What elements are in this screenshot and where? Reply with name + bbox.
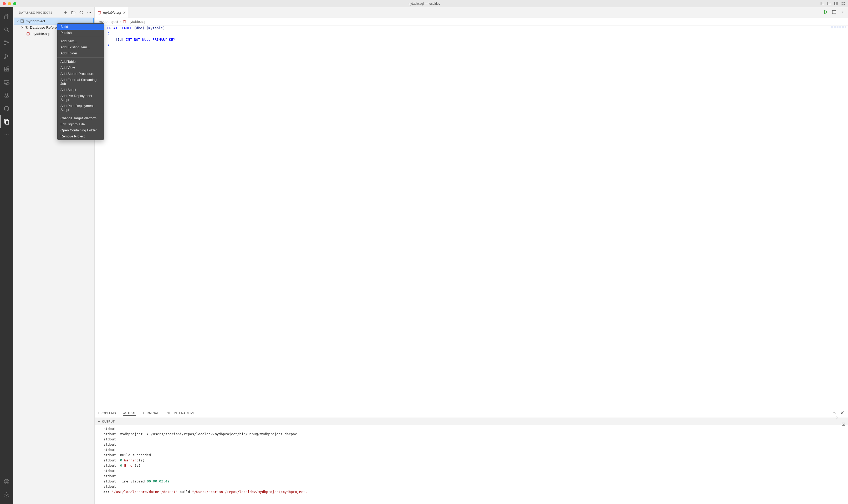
settings-activity[interactable] — [0, 488, 13, 501]
svg-point-38 — [88, 12, 88, 13]
window-title: mytable.sql — localdev — [408, 2, 440, 5]
breadcrumbs[interactable]: mydbproject › mytable.sql — [95, 18, 848, 25]
minimap[interactable] — [831, 26, 846, 29]
window-maximize-button[interactable] — [13, 2, 16, 5]
editor-area: mytable.sql ✕ mydbproject › mytable.sql … — [95, 7, 848, 504]
extensions-activity[interactable] — [0, 62, 13, 76]
database-projects-activity[interactable] — [0, 115, 13, 128]
ctx-add-sp[interactable]: Add Stored Procedure — [57, 71, 104, 77]
sql-file-icon — [97, 11, 102, 15]
panel-tab-dotnet[interactable]: .NET INTERACTIVE — [165, 411, 195, 416]
more-icon[interactable] — [840, 10, 845, 15]
window-close-button[interactable] — [3, 2, 6, 5]
customize-layout-icon[interactable] — [840, 2, 845, 6]
ctx-open-folder[interactable]: Open Containing Folder — [57, 127, 104, 133]
svg-point-53 — [841, 12, 842, 13]
svg-point-11 — [5, 28, 8, 31]
chevron-down-icon — [97, 420, 101, 423]
sql-file-icon — [26, 32, 31, 36]
remote-explorer-activity[interactable] — [0, 76, 13, 89]
svg-rect-19 — [4, 69, 6, 71]
activity-bar — [0, 7, 13, 504]
chevron-down-icon — [16, 19, 20, 23]
editor-tab-mytable[interactable]: mytable.sql ✕ — [95, 7, 128, 18]
ctx-build[interactable]: Build — [57, 24, 104, 30]
titlebar: mytable.sql — localdev — [0, 0, 848, 7]
breadcrumb-file: mytable.sql — [123, 20, 145, 24]
svg-rect-20 — [7, 69, 9, 71]
ctx-add-script[interactable]: Add Script — [57, 87, 104, 93]
run-icon[interactable] — [823, 10, 828, 15]
svg-point-40 — [90, 12, 91, 13]
svg-rect-9 — [843, 4, 844, 5]
ctx-remove[interactable]: Remove Project — [57, 133, 104, 139]
svg-point-56 — [123, 20, 126, 21]
svg-marker-50 — [825, 10, 828, 14]
layout-sidebar-left-icon[interactable] — [819, 2, 825, 6]
open-project-icon[interactable] — [71, 11, 75, 15]
ctx-add-post[interactable]: Add Post-Deployment Script — [57, 103, 104, 113]
tree-project-label: mydbproject — [26, 19, 45, 23]
svg-point-55 — [844, 12, 844, 13]
panel-tab-problems[interactable]: PROBLEMS — [98, 411, 116, 416]
window-minimize-button[interactable] — [8, 2, 11, 5]
tree-file-label: mytable.sql — [32, 32, 49, 36]
testing-activity[interactable] — [0, 89, 13, 102]
ctx-edit-sqlproj[interactable]: Edit .sqlproj File — [57, 121, 104, 127]
layout-sidebar-right-icon[interactable] — [833, 2, 838, 6]
new-project-icon[interactable] — [63, 11, 68, 15]
svg-point-35 — [6, 494, 7, 496]
more-actions-icon[interactable] — [87, 11, 91, 15]
project-icon — [20, 19, 25, 23]
panel-tab-output[interactable]: OUTPUT — [123, 410, 136, 416]
source-control-activity[interactable] — [0, 36, 13, 49]
ctx-add-item[interactable]: Add Item... — [57, 38, 104, 44]
accounts-activity[interactable] — [0, 475, 13, 488]
github-activity[interactable] — [0, 102, 13, 115]
svg-rect-8 — [841, 4, 843, 5]
svg-point-39 — [89, 12, 90, 13]
ctx-add-table[interactable]: Add Table — [57, 59, 104, 65]
svg-rect-45 — [25, 26, 26, 28]
ctx-add-view[interactable]: Add View — [57, 65, 104, 71]
refresh-icon[interactable] — [79, 11, 83, 15]
ctx-add-folder[interactable]: Add Folder — [57, 50, 104, 56]
split-editor-icon[interactable] — [832, 10, 836, 15]
output-section-title: OUTPUT — [102, 420, 114, 423]
more-activity[interactable] — [0, 128, 13, 141]
svg-point-34 — [6, 480, 7, 482]
layout-panel-bottom-icon[interactable] — [827, 2, 832, 6]
svg-rect-21 — [7, 67, 9, 69]
ctx-separator — [57, 37, 104, 37]
svg-point-48 — [27, 32, 30, 33]
explorer-activity[interactable] — [0, 10, 13, 23]
svg-rect-46 — [26, 27, 28, 29]
sidebar-title: DATABASE PROJECTS — [19, 11, 52, 14]
ctx-add-existing[interactable]: Add Existing Item... — [57, 44, 104, 50]
svg-rect-7 — [843, 2, 844, 3]
close-icon[interactable]: ✕ — [123, 11, 125, 15]
ctx-publish[interactable]: Publish — [57, 30, 104, 36]
output-content[interactable]: stdout: stdout: mydbproject -> /Users/sc… — [95, 425, 848, 504]
maximize-panel-icon[interactable] — [832, 411, 836, 415]
run-debug-activity[interactable] — [0, 49, 13, 62]
references-icon — [24, 25, 29, 30]
panel-tab-terminal[interactable]: TERMINAL — [143, 411, 159, 416]
code-content[interactable]: CREATE TABLE [dbo].[mytable]( [Id] INT N… — [107, 25, 848, 408]
close-panel-icon[interactable] — [840, 411, 844, 415]
editor-tab-label: mytable.sql — [103, 11, 121, 15]
search-activity[interactable] — [0, 23, 13, 36]
svg-point-32 — [7, 134, 8, 135]
ctx-add-ext-stream[interactable]: Add External Streaming Job — [57, 77, 104, 87]
ctx-change-target[interactable]: Change Target Platform — [57, 115, 104, 121]
ctx-separator — [57, 114, 104, 114]
svg-rect-4 — [834, 2, 837, 5]
ctx-add-pre[interactable]: Add Pre-Deployment Script — [57, 93, 104, 103]
code-editor[interactable]: 12345 CREATE TABLE [dbo].[mytable]( [Id]… — [95, 25, 848, 408]
output-section-header[interactable]: OUTPUT — [95, 418, 848, 425]
panel-tabs: PROBLEMS OUTPUT TERMINAL .NET INTERACTIV… — [95, 408, 848, 418]
svg-marker-16 — [5, 54, 8, 58]
svg-point-44 — [23, 21, 24, 22]
svg-point-13 — [4, 41, 5, 42]
svg-point-54 — [842, 12, 843, 13]
